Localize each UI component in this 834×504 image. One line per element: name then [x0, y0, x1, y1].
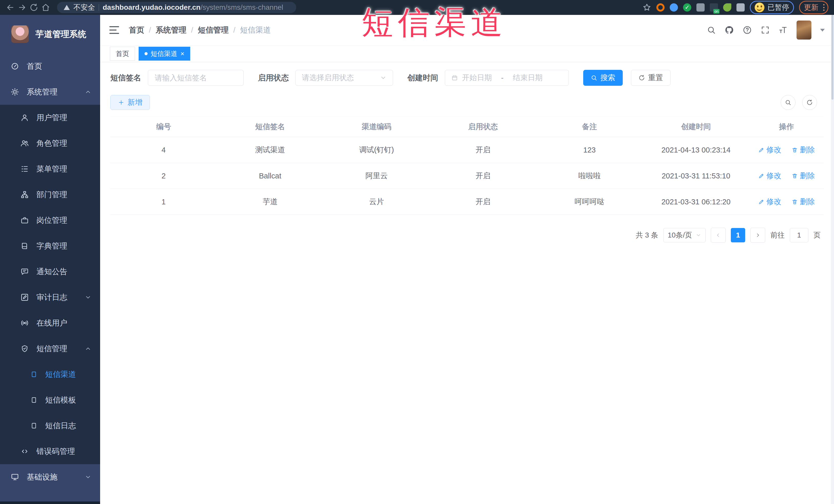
app-logo-row[interactable]: 芋道管理系统: [0, 15, 100, 53]
browser-update-button[interactable]: 更新: [799, 1, 828, 14]
sidebar-item-roles[interactable]: 角色管理: [0, 130, 100, 156]
app-header: 首页 / 系统管理 / 短信管理 / 短信渠道: [100, 15, 834, 45]
breadcrumb-system[interactable]: 系统管理: [156, 25, 186, 36]
sidebar-item-dict[interactable]: 字典管理: [0, 233, 100, 259]
breadcrumb-home[interactable]: 首页: [129, 25, 144, 36]
table-row: 4 测试渠道 调试(钉钉) 开启 123 2021-04-13 00:23:14…: [110, 137, 824, 163]
sidebar-item-menus[interactable]: 菜单管理: [0, 156, 100, 182]
scrollbar-thumb[interactable]: [831, 15, 833, 100]
sidebar-item-infrastructure[interactable]: 基础设施: [0, 464, 100, 490]
search-icon[interactable]: [707, 25, 716, 35]
chevron-down-icon: [85, 294, 91, 301]
sidebar-item-error-codes[interactable]: 错误码管理: [0, 439, 100, 464]
sidebar-bottom-strip: [0, 501, 100, 504]
extensions-puzzle-icon[interactable]: [737, 3, 745, 12]
page-size-select[interactable]: 10条/页: [663, 228, 706, 242]
sign-label: 短信签名: [110, 73, 141, 83]
date-range-picker[interactable]: 开始日期 - 结束日期: [445, 70, 569, 86]
breadcrumb-current: 短信渠道: [240, 25, 271, 36]
browser-forward-icon[interactable]: [18, 3, 27, 12]
document-icon: [30, 422, 38, 429]
sidebar-item-users[interactable]: 用户管理: [0, 105, 100, 130]
search-icon: [785, 99, 791, 106]
address-bar[interactable]: 不安全 dashboard.yudao.iocoder.cn/system/sm…: [57, 2, 296, 13]
browser-menu-dots-icon[interactable]: [823, 4, 825, 11]
gear-icon: [11, 88, 19, 96]
sidebar-item-departments[interactable]: 部门管理: [0, 182, 100, 207]
emoji-extension-icon: [755, 3, 764, 12]
fullscreen-icon[interactable]: [761, 25, 770, 35]
search-button[interactable]: 搜索: [583, 70, 623, 86]
browser-back-icon[interactable]: [6, 3, 15, 12]
page-unit-label: 页: [813, 230, 821, 240]
font-size-icon[interactable]: [778, 25, 788, 35]
sidebar-item-audit-log[interactable]: 审计日志: [0, 284, 100, 310]
audit-log-icon: [21, 293, 29, 302]
page-scrollbar[interactable]: [831, 15, 834, 504]
sidebar-item-sms[interactable]: 短信管理: [0, 336, 100, 361]
shield-icon: [21, 345, 29, 353]
delete-link[interactable]: 删除: [792, 197, 815, 207]
users-icon: [21, 139, 29, 147]
breadcrumb-sms[interactable]: 短信管理: [198, 25, 229, 36]
screenshot-root: 不安全 dashboard.yudao.iocoder.cn/system/sm…: [0, 0, 834, 504]
time-label: 创建时间: [408, 73, 438, 83]
extension-icon[interactable]: [670, 3, 678, 12]
sidebar-item-posts[interactable]: 岗位管理: [0, 207, 100, 233]
status-select[interactable]: 请选择启用状态: [295, 70, 393, 86]
active-tag-dot-icon: [145, 52, 148, 55]
extension-icon[interactable]: [697, 3, 705, 12]
sidebar-item-online-users[interactable]: 在线用户: [0, 310, 100, 336]
sidebar-top-section: 芋道管理系统 首页 系统管理: [0, 15, 100, 105]
document-icon: [30, 371, 38, 378]
avatar-caret-icon[interactable]: [820, 29, 825, 31]
trash-icon: [792, 199, 798, 205]
search-icon: [591, 74, 597, 81]
help-icon[interactable]: [743, 25, 752, 35]
goto-page-input[interactable]: [790, 228, 808, 242]
prev-page-button[interactable]: [711, 228, 726, 243]
avatar[interactable]: [796, 21, 811, 40]
tag-view-bar: 首页 短信渠道 ×: [100, 45, 834, 62]
extension-icon[interactable]: ✓: [683, 3, 691, 12]
sidebar-item-sms-log[interactable]: 短信日志: [0, 413, 100, 439]
user-icon: [21, 113, 29, 122]
sidebar-collapse-icon[interactable]: [109, 26, 119, 34]
dictionary-book-icon: [21, 242, 29, 250]
edit-link[interactable]: 修改: [758, 171, 782, 181]
close-tag-icon[interactable]: ×: [180, 50, 184, 57]
sidebar-item-home[interactable]: 首页: [0, 53, 100, 79]
pencil-icon: [758, 147, 764, 153]
table-utility-buttons: [781, 95, 817, 110]
sidebar: 芋道管理系统 首页 系统管理 用户管理 角色管理: [0, 15, 100, 504]
extension-icon[interactable]: [710, 3, 718, 12]
extension-icon[interactable]: [723, 3, 731, 12]
sidebar-submenu-section: 用户管理 角色管理 菜单管理 部门管理 岗位管理 字典管理: [0, 105, 100, 464]
delete-link[interactable]: 删除: [792, 145, 815, 155]
browser-reload-icon[interactable]: [29, 3, 39, 12]
paused-extension-badge[interactable]: 已暂停: [750, 1, 794, 14]
chevron-left-icon: [716, 232, 721, 238]
refresh-table-button[interactable]: [802, 95, 817, 110]
org-tree-icon: [21, 191, 29, 199]
tag-home[interactable]: 首页: [110, 47, 135, 61]
bookmark-star-icon[interactable]: [642, 3, 651, 12]
sidebar-item-sms-channel[interactable]: 短信渠道: [0, 361, 100, 387]
browser-home-icon[interactable]: [41, 3, 50, 12]
sidebar-item-notice[interactable]: 通知公告: [0, 259, 100, 284]
toggle-search-button[interactable]: [781, 95, 795, 110]
edit-link[interactable]: 修改: [758, 197, 782, 207]
page-number-current[interactable]: 1: [731, 228, 745, 242]
reset-button[interactable]: 重置: [631, 70, 671, 86]
tag-sms-channel[interactable]: 短信渠道 ×: [139, 47, 190, 61]
status-value: 开启: [430, 197, 536, 207]
sidebar-item-sms-template[interactable]: 短信模板: [0, 387, 100, 413]
next-page-button[interactable]: [750, 228, 765, 243]
sidebar-item-system[interactable]: 系统管理: [0, 79, 100, 105]
github-icon[interactable]: [725, 25, 734, 35]
edit-link[interactable]: 修改: [758, 145, 782, 155]
delete-link[interactable]: 删除: [792, 171, 815, 181]
extension-icon[interactable]: [656, 3, 664, 12]
sign-input[interactable]: [154, 73, 237, 82]
add-button[interactable]: 新增: [110, 95, 150, 110]
